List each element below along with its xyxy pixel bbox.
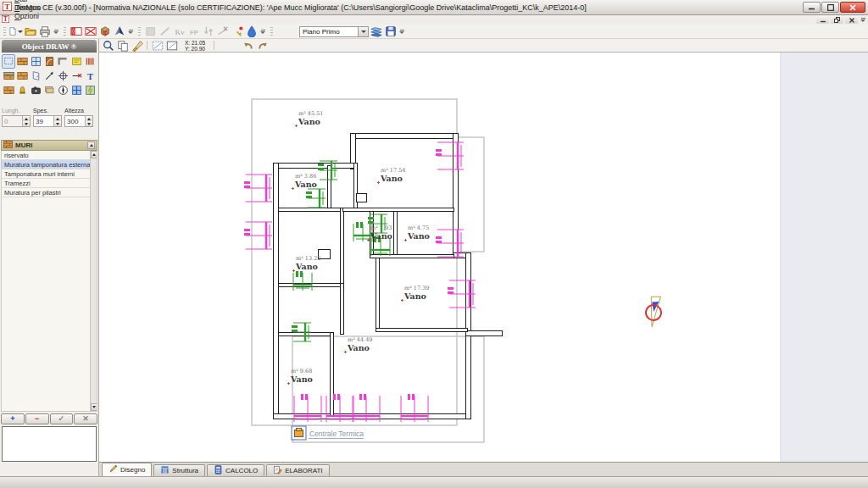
tool-roof-corner[interactable] xyxy=(56,54,70,69)
magenta-windows[interactable] xyxy=(244,142,476,422)
tool-line-arrow[interactable] xyxy=(42,69,56,83)
minimize-button[interactable] xyxy=(803,2,821,13)
tool-window[interactable] xyxy=(29,54,42,69)
tool-wall-layered[interactable] xyxy=(2,69,15,83)
wall-box-x-button[interactable] xyxy=(83,25,97,38)
tool-center-point[interactable] xyxy=(56,69,70,83)
selection-crossing-button[interactable] xyxy=(164,39,179,52)
window-symbol[interactable] xyxy=(293,271,312,291)
svg-text:T: T xyxy=(86,72,92,81)
spinner[interactable] xyxy=(85,116,92,126)
svg-text:m² 1.93: m² 1.93 xyxy=(370,225,392,231)
toolbar-overflow-icon[interactable] xyxy=(259,25,266,37)
tool-radiator[interactable] xyxy=(83,54,97,69)
tool-energy[interactable] xyxy=(83,83,97,97)
floor-selector-value[interactable]: Piano Primo xyxy=(299,26,359,37)
north-arrow[interactable] xyxy=(643,295,664,329)
scroll-up-icon[interactable] xyxy=(87,141,95,149)
view-3d-button[interactable]: 3D xyxy=(97,25,112,38)
tool-door[interactable] xyxy=(42,54,56,69)
toolbar-grip-icon[interactable] xyxy=(3,27,6,36)
mdi-close-button[interactable] xyxy=(845,16,858,24)
zoom-button[interactable] xyxy=(101,39,115,52)
remove-item-button[interactable]: − xyxy=(25,413,49,424)
wall-type-item[interactable]: Muratura tamponatura esterna xyxy=(2,160,90,169)
redo-button[interactable] xyxy=(255,39,270,52)
tool-door-3d[interactable] xyxy=(29,69,42,83)
wall-type-item[interactable]: Tamponatura muri interni xyxy=(2,169,90,179)
floor-plan[interactable]: m² 45.51Vanom² 3.86Vanom² 17.54Vanom² 1.… xyxy=(99,53,868,462)
window-symbol[interactable] xyxy=(436,142,464,169)
tool-bell[interactable] xyxy=(15,83,29,97)
field-value[interactable]: 39 xyxy=(34,118,53,125)
chevron-down-icon[interactable] xyxy=(359,26,369,37)
tab-struttura[interactable]: Struttura xyxy=(153,464,205,476)
wall-box-left-button[interactable] xyxy=(69,25,83,38)
copy-button[interactable] xyxy=(115,39,130,52)
tool-selection[interactable] xyxy=(2,54,15,69)
add-item-button[interactable]: + xyxy=(1,413,25,424)
scrollbar-up-icon[interactable] xyxy=(91,151,97,158)
wall-type-item[interactable]: Tramezzi xyxy=(2,179,90,188)
toolbar-grip-icon[interactable] xyxy=(64,27,66,36)
confirm-button[interactable]: ✓ xyxy=(50,413,74,424)
mirror-button[interactable] xyxy=(112,25,126,38)
selection-window-button[interactable] xyxy=(150,39,164,52)
tool-wall-brick[interactable] xyxy=(15,69,29,83)
floor-selector[interactable]: Piano Primo xyxy=(299,26,369,37)
mdi-restore-button[interactable] xyxy=(831,16,843,24)
toolbar-overflow-icon[interactable] xyxy=(127,25,134,37)
tool-annotation[interactable] xyxy=(70,54,83,69)
scrollbar-down-icon[interactable] xyxy=(91,403,97,411)
tab-calcolo[interactable]: CALCOLO xyxy=(207,464,264,476)
mdi-minimize-button[interactable] xyxy=(816,16,829,24)
toolbar-grip-icon[interactable] xyxy=(270,27,273,36)
tool-text[interactable]: T xyxy=(83,69,97,83)
window-symbol[interactable] xyxy=(448,280,476,308)
field-value[interactable]: 300 xyxy=(65,118,85,125)
tool-brick-row[interactable] xyxy=(2,83,15,97)
undo-button[interactable] xyxy=(241,39,255,52)
droplet-button[interactable] xyxy=(244,25,259,38)
toolbar-overflow-icon[interactable] xyxy=(53,25,59,37)
list-scrollbar[interactable] xyxy=(90,151,97,411)
tool-grid[interactable] xyxy=(70,83,83,97)
spinner[interactable] xyxy=(53,116,61,126)
tool-compass[interactable] xyxy=(56,83,70,97)
layers-button[interactable] xyxy=(369,25,383,38)
toolbar-overflow-icon[interactable] xyxy=(398,25,405,37)
window-symbol[interactable] xyxy=(244,175,272,202)
save-button[interactable] xyxy=(383,25,398,38)
menu-disegno[interactable]: Disegno xyxy=(10,3,45,12)
menu-opzioni[interactable]: Opzioni xyxy=(10,12,45,20)
wall-type-item[interactable]: riservato xyxy=(2,151,90,160)
room-labels[interactable]: m² 45.51Vanom² 3.86Vanom² 17.54Vanom² 1.… xyxy=(287,110,430,385)
tab-disegno[interactable]: Disegno xyxy=(102,463,152,476)
new-document-button[interactable] xyxy=(8,25,23,38)
tool-line-delete[interactable] xyxy=(70,69,83,83)
close-button[interactable] xyxy=(840,2,865,13)
window-symbol[interactable] xyxy=(244,222,272,249)
cancel-button[interactable]: ✕ xyxy=(74,413,97,424)
print-button[interactable] xyxy=(37,25,52,38)
drawing-canvas[interactable]: m² 45.51Vanom² 3.86Vanom² 17.54Vanom² 1.… xyxy=(99,53,868,462)
brush-button[interactable] xyxy=(130,39,144,52)
tool-stack[interactable] xyxy=(42,83,56,97)
svg-text:m² 9.68: m² 9.68 xyxy=(291,368,312,374)
key-button[interactable] xyxy=(230,25,244,38)
muri-section-header[interactable]: MURI xyxy=(1,140,97,151)
title-bar[interactable]: T TerMus CE (v.30.00f) - [Normativa NAZI… xyxy=(0,0,868,15)
wall-type-item[interactable]: Muratura per pilastri xyxy=(2,188,90,197)
spinner[interactable] xyxy=(22,116,30,126)
field-value[interactable]: 0 xyxy=(3,118,22,125)
open-folder-button[interactable] xyxy=(23,25,37,38)
tab-elaborati[interactable]: ELABORATI xyxy=(266,464,329,476)
toolbar-separator xyxy=(214,41,214,50)
maximize-button[interactable] xyxy=(821,2,839,13)
tool-wall[interactable] xyxy=(15,54,29,69)
tool-camera[interactable] xyxy=(29,83,42,97)
toolbar-grip-icon[interactable] xyxy=(138,27,141,36)
window-symbol[interactable] xyxy=(306,189,326,208)
boiler-object[interactable]: Centrale Termica xyxy=(292,426,364,440)
window-symbol[interactable] xyxy=(292,323,311,341)
